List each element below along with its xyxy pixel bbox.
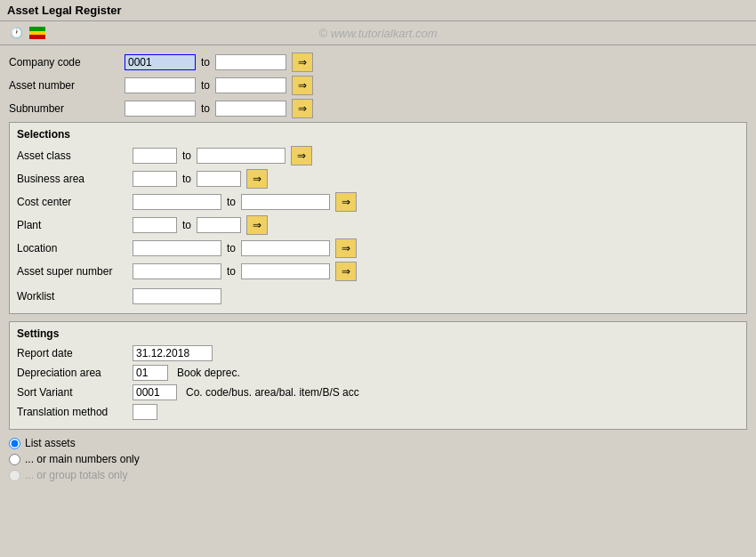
company-code-input[interactable] xyxy=(125,54,196,70)
list-assets-row: List assets xyxy=(9,437,747,449)
sort-variant-input[interactable] xyxy=(133,384,177,400)
cost-center-row: Cost center to ⇒ xyxy=(17,192,739,212)
subnumber-row: Subnumber to ⇒ xyxy=(9,99,747,118)
sort-variant-row: Sort Variant Co. code/bus. area/bal. ite… xyxy=(17,384,739,400)
main-numbers-row: ... or main numbers only xyxy=(9,453,747,465)
business-area-input[interactable] xyxy=(133,171,177,187)
business-area-to-input[interactable] xyxy=(197,171,241,187)
asset-super-number-input[interactable] xyxy=(133,263,221,279)
watermark: © www.tutorialkart.com xyxy=(318,27,437,40)
group-totals-row: ... or group totals only xyxy=(9,469,747,481)
cost-center-label: Cost center xyxy=(17,196,133,208)
subnumber-to: to xyxy=(201,102,210,115)
plant-input[interactable] xyxy=(133,217,177,233)
company-code-to-input[interactable] xyxy=(215,54,286,70)
subnumber-to-input[interactable] xyxy=(215,101,286,117)
depreciation-area-input[interactable] xyxy=(133,365,168,381)
svg-rect-0 xyxy=(29,27,45,31)
company-code-to: to xyxy=(201,56,210,69)
plant-arrow[interactable]: ⇒ xyxy=(246,215,268,235)
asset-number-arrow[interactable]: ⇒ xyxy=(292,76,313,95)
asset-number-row: Asset number to ⇒ xyxy=(9,76,747,95)
asset-class-to-input[interactable] xyxy=(197,148,286,164)
asset-class-input[interactable] xyxy=(133,148,177,164)
translation-method-label: Translation method xyxy=(17,406,133,418)
depreciation-area-desc: Book deprec. xyxy=(177,367,240,379)
svg-rect-1 xyxy=(29,31,45,35)
main-window: Asset Legal Register 🕐 © www.tutorialkar… xyxy=(0,0,756,557)
subnumber-input[interactable] xyxy=(125,101,196,117)
business-area-arrow[interactable]: ⇒ xyxy=(246,169,268,189)
group-totals-label: ... or group totals only xyxy=(25,469,127,481)
asset-class-row: Asset class to ⇒ xyxy=(17,146,739,165)
clock-icon[interactable]: 🕐 xyxy=(7,24,25,42)
main-numbers-radio[interactable] xyxy=(9,454,20,465)
subnumber-label: Subnumber xyxy=(9,102,125,115)
company-code-label: Company code xyxy=(9,56,125,69)
asset-class-arrow[interactable]: ⇒ xyxy=(291,146,312,165)
main-numbers-label: ... or main numbers only xyxy=(25,453,140,465)
translation-method-input[interactable] xyxy=(133,404,157,420)
sort-variant-desc: Co. code/bus. area/bal. item/B/S acc xyxy=(186,386,359,399)
asset-super-number-to-input[interactable] xyxy=(241,263,330,279)
cost-center-arrow[interactable]: ⇒ xyxy=(335,192,357,212)
settings-title: Settings xyxy=(17,327,739,340)
window-title: Asset Legal Register xyxy=(7,4,122,17)
plant-row: Plant to ⇒ xyxy=(17,215,739,235)
cost-center-input[interactable] xyxy=(133,194,221,210)
worklist-input[interactable] xyxy=(133,288,221,304)
subnumber-arrow[interactable]: ⇒ xyxy=(292,99,313,118)
company-code-arrow[interactable]: ⇒ xyxy=(292,52,313,72)
worklist-label: Worklist xyxy=(17,290,133,303)
asset-number-input[interactable] xyxy=(125,77,196,93)
selections-section: Selections Asset class to ⇒ Business are… xyxy=(9,122,747,314)
asset-super-number-arrow[interactable]: ⇒ xyxy=(335,262,357,281)
flag-icon[interactable] xyxy=(28,24,46,42)
cost-center-to-input[interactable] xyxy=(241,194,330,210)
asset-number-to: to xyxy=(201,79,210,92)
asset-number-to-input[interactable] xyxy=(215,77,286,93)
location-row: Location to ⇒ xyxy=(17,238,739,258)
toolbar: 🕐 © www.tutorialkart.com xyxy=(0,21,756,45)
depreciation-area-label: Depreciation area xyxy=(17,367,133,379)
company-code-row: Company code to ⇒ xyxy=(9,52,747,72)
report-date-input[interactable] xyxy=(133,345,213,361)
settings-section: Settings Report date Depreciation area B… xyxy=(9,321,747,430)
worklist-row: Worklist xyxy=(17,288,739,304)
content-area: Company code to ⇒ Asset number to ⇒ Subn… xyxy=(0,45,756,557)
radio-section: List assets ... or main numbers only ...… xyxy=(9,437,747,481)
depreciation-area-row: Depreciation area Book deprec. xyxy=(17,365,739,381)
svg-rect-2 xyxy=(29,35,45,39)
list-assets-label: List assets xyxy=(25,437,76,449)
translation-method-row: Translation method xyxy=(17,404,739,420)
location-label: Location xyxy=(17,242,133,254)
group-totals-radio[interactable] xyxy=(9,470,20,481)
title-bar: Asset Legal Register xyxy=(0,0,756,21)
asset-number-label: Asset number xyxy=(9,79,125,92)
plant-label: Plant xyxy=(17,219,133,231)
report-date-label: Report date xyxy=(17,347,133,359)
asset-class-label: Asset class xyxy=(17,149,133,162)
asset-super-number-row: Asset super number to ⇒ xyxy=(17,262,739,281)
business-area-row: Business area to ⇒ xyxy=(17,169,739,189)
main-fields-section: Company code to ⇒ Asset number to ⇒ Subn… xyxy=(9,52,747,118)
location-arrow[interactable]: ⇒ xyxy=(335,238,357,258)
business-area-label: Business area xyxy=(17,173,133,185)
location-input[interactable] xyxy=(133,240,221,256)
location-to-input[interactable] xyxy=(241,240,330,256)
selections-title: Selections xyxy=(17,128,739,141)
list-assets-radio[interactable] xyxy=(9,438,20,449)
report-date-row: Report date xyxy=(17,345,739,361)
plant-to-input[interactable] xyxy=(197,217,241,233)
asset-super-number-label: Asset super number xyxy=(17,265,133,278)
sort-variant-label: Sort Variant xyxy=(17,386,133,399)
